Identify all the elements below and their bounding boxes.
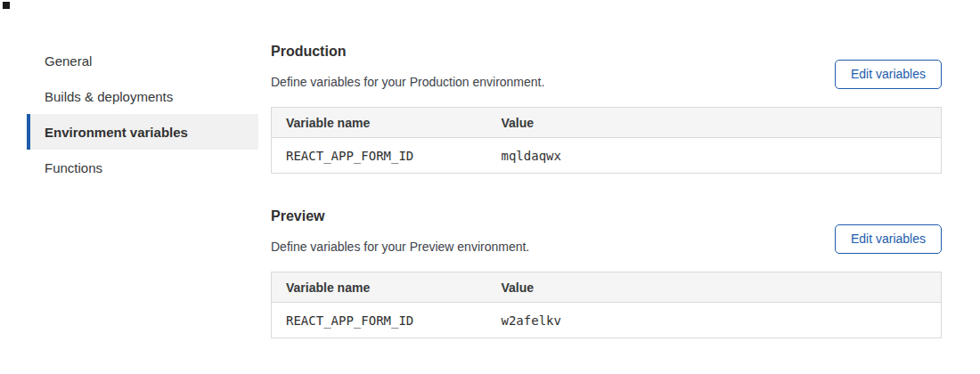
- preview-section: Preview Define variables for your Previe…: [271, 206, 942, 338]
- table-row: REACT_APP_FORM_ID w2afelkv: [272, 303, 942, 338]
- variable-value-cell: mqldaqwx: [487, 138, 942, 174]
- variable-value-cell: w2afelkv: [487, 303, 942, 338]
- project-settings-page: General Builds & deployments Environment…: [0, 0, 980, 338]
- sidebar-item-general[interactable]: General: [27, 43, 258, 78]
- sidebar-item-builds-deployments[interactable]: Builds & deployments: [27, 78, 258, 114]
- production-edit-variables-button[interactable]: Edit variables: [835, 60, 942, 89]
- production-section-header: Production Define variables for your Pro…: [271, 41, 942, 91]
- preview-variables-table: Variable name Value REACT_APP_FORM_ID w2…: [271, 272, 942, 338]
- table-header-row: Variable name Value: [272, 272, 942, 303]
- sidebar-item-environment-variables[interactable]: Environment variables: [27, 114, 258, 150]
- environment-variables-panel: Production Define variables for your Pro…: [271, 0, 942, 338]
- variable-name-cell: REACT_APP_FORM_ID: [272, 303, 487, 338]
- table-row: REACT_APP_FORM_ID mqldaqwx: [272, 138, 942, 174]
- preview-edit-variables-button[interactable]: Edit variables: [835, 224, 942, 254]
- production-heading-block: Production Define variables for your Pro…: [271, 41, 544, 91]
- variable-name-column-header: Variable name: [272, 272, 487, 303]
- corner-mark: [3, 2, 10, 9]
- preview-heading-block: Preview Define variables for your Previe…: [271, 206, 529, 256]
- preview-description: Define variables for your Preview enviro…: [271, 238, 529, 256]
- preview-title: Preview: [271, 206, 529, 227]
- table-header-row: Variable name Value: [272, 108, 942, 138]
- production-section: Production Define variables for your Pro…: [271, 41, 942, 174]
- variable-name-cell: REACT_APP_FORM_ID: [272, 138, 487, 174]
- preview-section-header: Preview Define variables for your Previe…: [271, 206, 942, 256]
- settings-sidebar: General Builds & deployments Environment…: [27, 0, 258, 338]
- variable-name-column-header: Variable name: [272, 108, 487, 138]
- production-variables-table: Variable name Value REACT_APP_FORM_ID mq…: [271, 107, 942, 174]
- production-title: Production: [271, 41, 544, 62]
- production-description: Define variables for your Production env…: [271, 73, 544, 91]
- value-column-header: Value: [487, 272, 942, 303]
- value-column-header: Value: [487, 108, 942, 138]
- sidebar-item-functions[interactable]: Functions: [27, 150, 258, 185]
